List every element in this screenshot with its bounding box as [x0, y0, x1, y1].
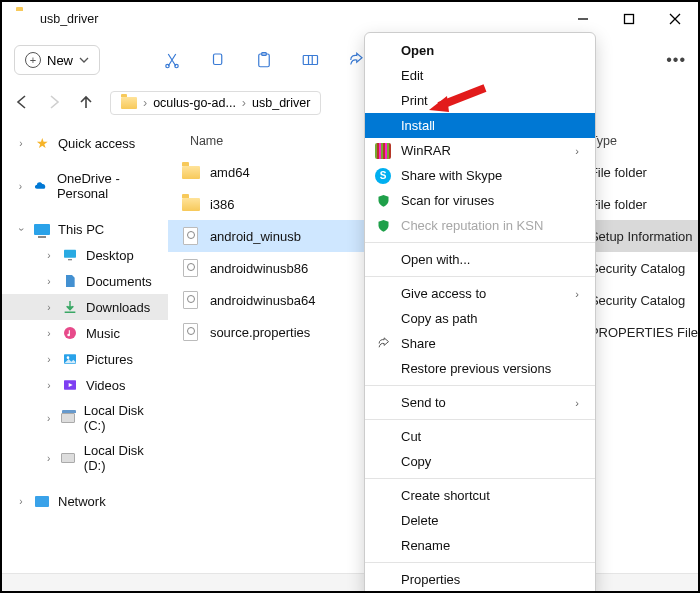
file-icon — [182, 291, 200, 309]
ctx-cut[interactable]: Cut — [365, 424, 595, 449]
folder-icon — [182, 195, 200, 213]
sidebar-item-label: Documents — [86, 274, 152, 289]
window-title: usb_driver — [40, 12, 98, 26]
chevron-down-icon — [79, 55, 89, 65]
ctx-open[interactable]: Open — [365, 38, 595, 63]
file-name: source.properties — [210, 325, 310, 340]
ctx-scan[interactable]: Scan for viruses — [365, 188, 595, 213]
close-button[interactable] — [652, 2, 698, 36]
ctx-winrar[interactable]: WinRAR› — [365, 138, 595, 163]
ctx-share[interactable]: Share — [365, 331, 595, 356]
pc-icon — [34, 221, 50, 237]
up-button[interactable] — [78, 94, 92, 113]
shield-icon — [375, 218, 391, 234]
breadcrumb-segment-1[interactable]: oculus-go-ad... — [153, 96, 236, 110]
titlebar: usb_driver — [2, 2, 698, 36]
ctx-open-with[interactable]: Open with... — [365, 247, 595, 272]
star-icon: ★ — [34, 135, 50, 151]
svg-point-1 — [166, 64, 169, 67]
ctx-rename[interactable]: Rename — [365, 533, 595, 558]
file-name: androidwinusb86 — [210, 261, 308, 276]
sidebar-item-documents[interactable]: › Documents — [2, 268, 168, 294]
sidebar-item-label: Quick access — [58, 136, 135, 151]
chevron-right-icon: › — [575, 397, 579, 409]
sidebar-item-downloads[interactable]: › Downloads — [2, 294, 168, 320]
arrow-left-icon — [14, 94, 30, 110]
sidebar-item-desktop[interactable]: › Desktop — [2, 242, 168, 268]
skype-icon: S — [375, 168, 391, 184]
sidebar-item-onedrive[interactable]: › OneDrive - Personal — [2, 166, 168, 206]
videos-icon — [62, 377, 78, 393]
ctx-copy-path[interactable]: Copy as path — [365, 306, 595, 331]
sidebar-item-quick-access[interactable]: › ★ Quick access — [2, 130, 168, 156]
chevron-right-icon: › — [16, 496, 26, 507]
ctx-skype[interactable]: S Share with Skype — [365, 163, 595, 188]
copy-icon[interactable] — [208, 50, 228, 70]
chevron-right-icon: › — [16, 181, 25, 192]
menu-separator — [365, 242, 595, 243]
sidebar-item-pictures[interactable]: › Pictures — [2, 346, 168, 372]
chevron-right-icon: › — [44, 354, 54, 365]
winrar-icon — [375, 143, 391, 159]
svg-rect-0 — [625, 15, 634, 24]
sidebar: › ★ Quick access › OneDrive - Personal ›… — [2, 122, 168, 573]
ctx-shortcut[interactable]: Create shortcut — [365, 483, 595, 508]
disk-icon — [61, 410, 76, 426]
chevron-right-icon: › — [44, 380, 54, 391]
sidebar-item-music[interactable]: › Music — [2, 320, 168, 346]
minimize-icon — [577, 13, 589, 25]
new-button[interactable]: + New — [14, 45, 100, 75]
svg-rect-9 — [64, 250, 76, 258]
ctx-give-access[interactable]: Give access to› — [365, 281, 595, 306]
sidebar-item-disk-d[interactable]: › Local Disk (D:) — [2, 438, 168, 478]
ctx-delete[interactable]: Delete — [365, 508, 595, 533]
sidebar-item-disk-c[interactable]: › Local Disk (C:) — [2, 398, 168, 438]
ctx-properties[interactable]: Properties — [365, 567, 595, 592]
ctx-copy[interactable]: Copy — [365, 449, 595, 474]
paste-icon[interactable] — [254, 50, 274, 70]
ctx-restore[interactable]: Restore previous versions — [365, 356, 595, 381]
close-icon — [669, 13, 681, 25]
arrow-up-icon — [78, 94, 94, 110]
cut-icon[interactable] — [162, 50, 182, 70]
cloud-icon — [33, 178, 49, 194]
share-icon — [375, 336, 391, 352]
window-frame: usb_driver + New — [0, 0, 700, 593]
sidebar-item-label: OneDrive - Personal — [57, 171, 162, 201]
more-button[interactable]: ••• — [666, 51, 686, 69]
sidebar-item-this-pc[interactable]: › This PC — [2, 216, 168, 242]
arrow-right-icon — [46, 94, 62, 110]
back-button[interactable] — [14, 94, 28, 113]
plus-icon: + — [25, 52, 41, 68]
sidebar-item-label: Network — [58, 494, 106, 509]
file-icon — [182, 323, 200, 341]
window-folder-icon — [16, 11, 32, 27]
svg-point-2 — [175, 64, 178, 67]
menu-separator — [365, 419, 595, 420]
chevron-right-icon: › — [44, 453, 53, 464]
menu-separator — [365, 562, 595, 563]
breadcrumb[interactable]: › oculus-go-ad... › usb_driver — [110, 91, 321, 115]
annotation-arrow — [427, 82, 487, 120]
forward-button[interactable] — [46, 94, 60, 113]
file-name: androidwinusba64 — [210, 293, 316, 308]
chevron-right-icon: › — [242, 96, 246, 110]
sidebar-item-label: Local Disk (C:) — [84, 403, 162, 433]
sidebar-item-label: Local Disk (D:) — [84, 443, 162, 473]
maximize-button[interactable] — [606, 2, 652, 36]
rename-icon[interactable] — [300, 50, 320, 70]
chevron-right-icon: › — [44, 328, 54, 339]
svg-point-12 — [67, 334, 70, 337]
toolbar-icons — [162, 50, 366, 70]
sidebar-item-videos[interactable]: › Videos — [2, 372, 168, 398]
ctx-send-to[interactable]: Send to› — [365, 390, 595, 415]
breadcrumb-segment-2[interactable]: usb_driver — [252, 96, 310, 110]
sidebar-item-label: Pictures — [86, 352, 133, 367]
chevron-right-icon: › — [143, 96, 147, 110]
minimize-button[interactable] — [560, 2, 606, 36]
folder-icon — [182, 163, 200, 181]
svg-point-11 — [64, 327, 76, 339]
chevron-right-icon: › — [575, 288, 579, 300]
sidebar-item-network[interactable]: › Network — [2, 488, 168, 514]
svg-rect-10 — [68, 259, 72, 260]
